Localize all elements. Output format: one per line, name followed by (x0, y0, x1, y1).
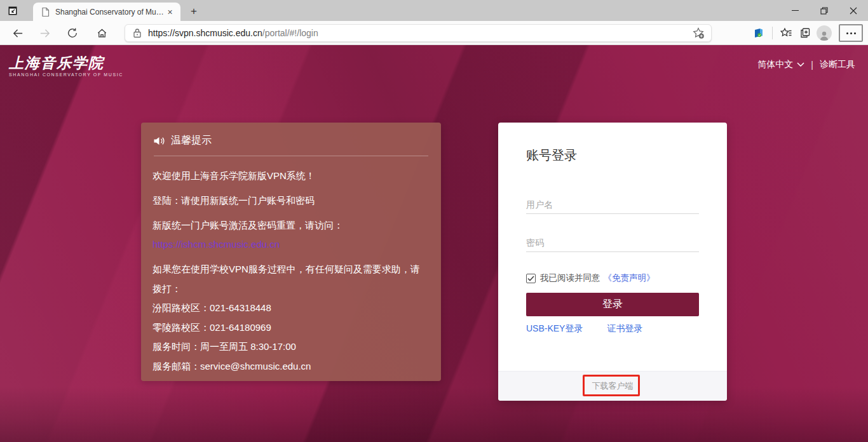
home-button[interactable] (92, 23, 111, 43)
refresh-icon (67, 27, 78, 39)
person-icon (818, 30, 830, 41)
card-footer: 下载客户端 (498, 371, 727, 401)
speaker-icon (153, 135, 165, 147)
favorites-button[interactable] (776, 23, 796, 43)
browser-toolbar: https://svpn.shcmusic.edu.cn/portal/#!/l… (0, 21, 868, 45)
restore-icon (820, 7, 828, 15)
browser-tab[interactable]: Shanghai Conservatory of Music × (33, 3, 180, 21)
username-input[interactable] (526, 195, 699, 214)
site-logo: 上海音乐学院 SHANGHAI CONSERVATORY OF MUSIC (9, 55, 123, 77)
tab-actions-menu-button[interactable] (5, 4, 20, 18)
forward-button[interactable] (35, 23, 54, 43)
back-icon (12, 27, 24, 39)
checkmark-icon (527, 276, 534, 281)
address-bar[interactable]: https://svpn.shcmusic.edu.cn/portal/#!/l… (125, 24, 712, 42)
contact-line: 服务时间：周一至周五 8:30-17:00 (153, 337, 428, 357)
close-window-button[interactable] (839, 0, 868, 21)
header-separator: | (811, 60, 813, 70)
alternate-login-links: USB-KEY登录 证书登录 (526, 323, 642, 335)
contact-line: 汾阳路校区：021-64318448 (153, 298, 428, 318)
download-client-link[interactable]: 下载客户端 (592, 380, 634, 392)
add-favorite-icon[interactable] (692, 27, 705, 39)
notice-title: 温馨提示 (171, 134, 212, 147)
more-dot (850, 32, 852, 34)
site-logo-en: SHANGHAI CONSERVATORY OF MUSIC (9, 72, 123, 77)
profile-avatar (817, 25, 832, 41)
contact-line: 零陵路校区：021-64180969 (153, 318, 428, 338)
more-dot (854, 32, 856, 34)
url-text: https://svpn.shcmusic.edu.cn/portal/#!/l… (148, 28, 692, 38)
new-tab-button[interactable]: + (187, 4, 201, 18)
language-label: 简体中文 (757, 59, 793, 70)
page-favicon-icon (41, 7, 50, 17)
header-links: 简体中文 | 诊断工具 (757, 59, 855, 70)
certificate-login-link[interactable]: 证书登录 (607, 323, 642, 335)
lock-icon (133, 28, 142, 38)
forward-icon (39, 27, 51, 39)
site-logo-cn: 上海音乐学院 (9, 55, 123, 70)
collections-icon (799, 27, 811, 39)
home-icon (96, 27, 108, 39)
username-field-wrap (526, 195, 699, 214)
contact-line: 服务邮箱：service@shcmusic.edu.cn (153, 357, 428, 377)
minimize-button[interactable] (780, 0, 810, 21)
browser-window: Shanghai Conservatory of Music × + (0, 0, 868, 442)
browser-titlebar: Shanghai Conservatory of Music × + (0, 0, 868, 21)
close-icon (850, 7, 857, 15)
agree-label: 我已阅读并同意 (540, 272, 600, 284)
notice-body: 欢迎使用上海音乐学院新版VPN系统！ 登陆：请使用新版统一门户账号和密码 新版统… (141, 156, 441, 376)
refresh-button[interactable] (63, 23, 82, 43)
portal-activation-link[interactable]: https://ishcm.shcmusic.edu.cn (153, 235, 280, 254)
tab-actions-icon (8, 6, 18, 16)
language-selector[interactable]: 简体中文 (757, 59, 804, 70)
extension-icon (752, 27, 765, 39)
notice-paragraph-text: 新版统一门户账号激活及密码重置，请访问： (153, 220, 343, 231)
minimize-icon (792, 10, 799, 11)
agree-checkbox[interactable] (526, 274, 536, 283)
tab-close-icon[interactable]: × (165, 6, 175, 17)
notice-paragraph: 新版统一门户账号激活及密码重置，请访问： https://ishcm.shcmu… (153, 216, 428, 254)
more-dot (846, 32, 848, 34)
notice-help-text: 如果您在使用学校VPN服务过程中，有任何疑问及需要求助，请拨打： (153, 260, 428, 298)
url-path: /portal/#!/login (262, 28, 318, 38)
chevron-down-icon (797, 62, 804, 67)
notice-panel: 温馨提示 欢迎使用上海音乐学院新版VPN系统！ 登陆：请使用新版统一门户账号和密… (141, 123, 441, 381)
collections-button[interactable] (796, 23, 815, 43)
password-input[interactable] (526, 233, 699, 252)
diagnostic-tool-link[interactable]: 诊断工具 (820, 59, 855, 70)
window-controls (780, 0, 868, 21)
usb-key-login-link[interactable]: USB-KEY登录 (526, 323, 583, 335)
profile-button[interactable] (815, 23, 834, 43)
vpn-portal-page: 上海音乐学院 SHANGHAI CONSERVATORY OF MUSIC 简体… (0, 45, 868, 442)
login-card: 账号登录 我已阅读并同意 《免责声明》 登录 USB-KEY登录 证书登录 (498, 123, 727, 401)
login-button[interactable]: 登录 (526, 293, 699, 316)
toolbar-right-icons (749, 23, 863, 43)
notice-contact-block: 如果您在使用学校VPN服务过程中，有任何疑问及需要求助，请拨打： 汾阳路校区：0… (153, 260, 428, 376)
agreement-row: 我已阅读并同意 《免责声明》 (526, 272, 655, 284)
restore-button[interactable] (810, 0, 839, 21)
disclaimer-link[interactable]: 《免责声明》 (604, 272, 655, 284)
tab-title: Shanghai Conservatory of Music (55, 8, 165, 17)
notice-header: 温馨提示 (141, 123, 441, 147)
toolbar-divider (772, 27, 773, 39)
favorites-star-icon (780, 27, 792, 39)
back-button[interactable] (8, 23, 27, 43)
notice-paragraph: 登陆：请使用新版统一门户账号和密码 (153, 191, 428, 210)
login-title: 账号登录 (526, 147, 577, 164)
url-host: https://svpn.shcmusic.edu.cn (148, 28, 262, 38)
password-field-wrap (526, 233, 699, 252)
settings-more-button[interactable] (839, 24, 863, 42)
notice-paragraph: 欢迎使用上海音乐学院新版VPN系统！ (153, 166, 428, 185)
extension-button[interactable] (749, 23, 768, 43)
